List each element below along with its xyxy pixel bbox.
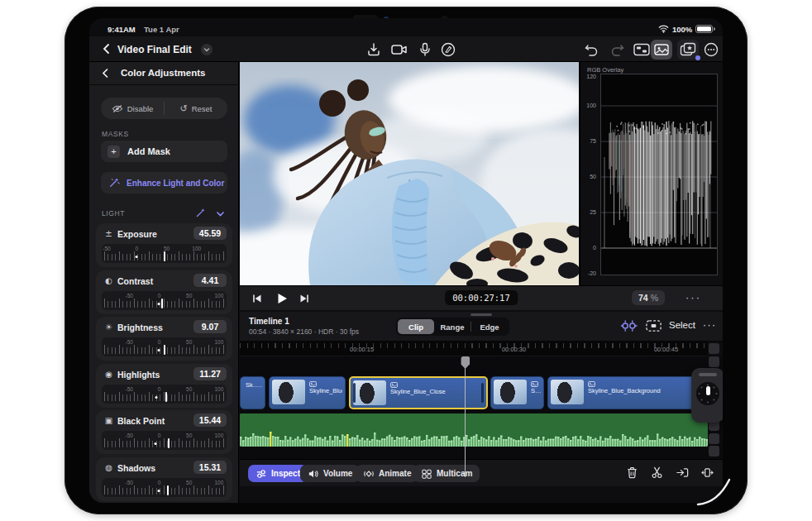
clip-trim-handle-right[interactable]: [481, 383, 484, 403]
slider-value[interactable]: 15.31: [193, 461, 227, 474]
ruler-label: -50: [126, 433, 133, 438]
slider-ruler[interactable]: -50050100: [102, 244, 227, 263]
jog-dial[interactable]: [696, 382, 719, 405]
viewer-zoom-button[interactable]: 74%: [632, 290, 665, 305]
slider-cursor[interactable]: [168, 438, 170, 448]
mode-clip[interactable]: Clip: [398, 319, 434, 334]
volume-icon: [308, 469, 319, 479]
ruler-ticks-major: [104, 485, 224, 495]
slider-value[interactable]: 45.59: [193, 227, 227, 240]
slider-ruler[interactable]: -50050100: [102, 291, 227, 310]
slider-cursor[interactable]: [165, 392, 167, 402]
timeline-clip[interactable]: Skyline_Blue_Background: [547, 376, 700, 409]
ruler-label: 50: [186, 480, 192, 485]
clip-browser-button[interactable]: [645, 318, 662, 333]
timeline-clip[interactable]: Skyline_Blue_Wide: [269, 376, 346, 409]
slider-value[interactable]: 4.41: [193, 274, 227, 287]
ruler-label: -50: [126, 293, 133, 299]
project-menu-button[interactable]: [201, 44, 213, 55]
timeline-clip[interactable]: Sk……: [240, 376, 265, 409]
clip-trim-handle-left[interactable]: [353, 383, 356, 403]
scrollbar-segment[interactable]: [709, 446, 719, 456]
timeline-clip[interactable]: S……: [490, 376, 544, 409]
ipad-device: 9:41AM Tue 1 Apr 100% Video Final Edit: [64, 7, 748, 514]
disable-button[interactable]: Disable: [101, 98, 164, 119]
next-frame-button[interactable]: [298, 292, 311, 305]
timeline-drag-handle[interactable]: [470, 313, 492, 316]
inspect-button[interactable]: Inspect: [248, 465, 308, 482]
record-camera-button[interactable]: [390, 41, 407, 58]
import-button[interactable]: [365, 41, 382, 58]
slider-value[interactable]: 9.07: [193, 320, 227, 333]
scrollbar-segment[interactable]: [709, 356, 719, 367]
panel-back-button[interactable]: [100, 68, 111, 79]
slider-ruler[interactable]: -50050100: [102, 385, 227, 404]
slider-ruler[interactable]: -50050100: [102, 478, 227, 497]
scrollbar-segment[interactable]: [709, 343, 719, 354]
ruler-label: 0: [158, 386, 161, 392]
light-autoenhance-icon[interactable]: [195, 208, 206, 218]
mode-range[interactable]: Range: [434, 319, 470, 334]
apple-pencil-button[interactable]: [440, 41, 456, 58]
trim-clip-button[interactable]: [700, 466, 715, 480]
timeline-clip[interactable]: Skyline_Blue_Close: [349, 376, 488, 409]
project-title[interactable]: Video Final Edit: [117, 44, 192, 55]
slider-ruler[interactable]: -50050100: [102, 431, 227, 450]
audio-track-clip[interactable]: [240, 413, 708, 447]
slider-cursor[interactable]: [167, 485, 169, 495]
multicam-icon: [421, 469, 432, 479]
slider-name: Brightness: [117, 323, 163, 332]
blade-button[interactable]: [650, 466, 665, 480]
clip-name: Skyline_Blue_Wide: [309, 381, 342, 394]
slider-value[interactable]: 11.27: [193, 367, 227, 380]
delete-button[interactable]: [625, 466, 640, 480]
slider-cursor[interactable]: [164, 345, 165, 355]
default-dot: [158, 490, 160, 492]
zoom-value: 74: [638, 293, 648, 303]
back-button[interactable]: [101, 43, 112, 55]
slider-ruler[interactable]: -50050100: [102, 337, 227, 356]
ruler-label: 100: [215, 386, 224, 392]
video-track: Sk……Skyline_Blue_WideSkyline_Blue_CloseS…: [240, 376, 708, 409]
ruler-label: -50: [126, 480, 133, 485]
video-viewer[interactable]: [240, 62, 579, 285]
clip-name: S……: [531, 381, 541, 394]
animate-button[interactable]: Animate: [356, 465, 418, 482]
multicam-button[interactable]: Multicam: [413, 465, 480, 482]
undo-button[interactable]: [583, 41, 599, 58]
viewer-more-button[interactable]: ···: [685, 291, 701, 304]
playhead[interactable]: [465, 356, 466, 477]
jog-wheel[interactable]: [691, 368, 723, 423]
rgb-overlay-scope: RGB Overlay 1201007550250-20: [580, 62, 723, 285]
microphone-button[interactable]: [417, 41, 433, 58]
more-options-button[interactable]: [703, 41, 719, 58]
insert-clip-button[interactable]: [676, 466, 690, 480]
ruler-timecode-label: 00:00:30: [502, 346, 526, 353]
ruler-label: 0: [158, 339, 161, 345]
previous-frame-button[interactable]: [251, 292, 264, 305]
effects-button[interactable]: [677, 40, 699, 60]
volume-button[interactable]: Volume: [300, 465, 360, 482]
redo-button[interactable]: [609, 41, 626, 58]
enhance-button[interactable]: Enhance Light and Color: [101, 172, 227, 194]
scrollbar-segment[interactable]: [709, 433, 719, 444]
slider-cursor[interactable]: [161, 299, 163, 308]
light-section-label: LIGHT: [102, 209, 125, 217]
slider-cursor[interactable]: [164, 251, 165, 261]
layout-switch-button[interactable]: [633, 41, 649, 58]
media-browser-button[interactable]: [651, 40, 672, 60]
magic-wand-icon: [108, 177, 120, 189]
light-collapse-chevron[interactable]: [215, 208, 226, 219]
clip-overview-button[interactable]: [620, 318, 637, 333]
add-mask-button[interactable]: + Add Mask: [101, 141, 227, 162]
ruler-label: 100: [215, 480, 224, 485]
reset-button[interactable]: ↺ Reset: [165, 98, 227, 119]
timeline-ruler[interactable]: 00:00:1500:00:3000:00:45: [240, 342, 708, 356]
timeline-more-button[interactable]: ···: [703, 319, 717, 331]
playhead-handle[interactable]: [461, 356, 470, 369]
slider-value[interactable]: 15.44: [193, 413, 227, 427]
select-tool-button[interactable]: Select: [669, 320, 695, 330]
mode-edge[interactable]: Edge: [471, 319, 508, 334]
clip-thumbnail: [494, 380, 527, 404]
play-button[interactable]: [275, 292, 289, 305]
